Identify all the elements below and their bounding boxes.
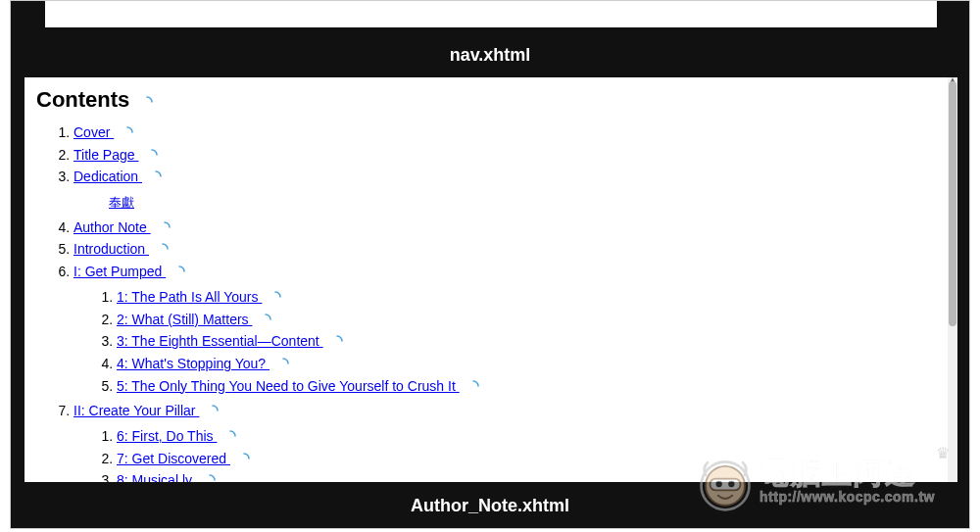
toc-link[interactable]: 8: Musical.ly [117,472,196,482]
toc-link[interactable]: 2: What (Still) Matters [117,312,252,327]
toc-sublink[interactable]: 奉獻 [109,195,134,210]
loading-icon [224,430,236,442]
document-scroll-area[interactable]: Contents Cover Title Page Dedication 奉獻A… [24,77,948,482]
toc-link[interactable]: 3: The Eighth Essential—Content [117,333,323,349]
toc-item: Title Page [74,145,938,167]
toc-item: Author Note [74,218,938,239]
toc-link[interactable]: 6: First, Do This [117,428,217,444]
toc-link[interactable]: 7: Get Discovered [117,451,230,466]
toc-sublist: 1: The Path Is All Yours 2: What (Still)… [74,287,938,397]
top-white-strip [45,1,937,27]
toc-sublist: 6: First, Do This 7: Get Discovered 8: M… [74,426,938,482]
loading-icon [157,243,169,255]
toc-link[interactable]: 4: What's Stopping You? [117,356,270,371]
toc-item: 5: The Only Thing You Need to Give Yours… [117,376,938,398]
toc-link[interactable]: Title Page [74,147,138,163]
toc-item: Cover [74,122,938,144]
loading-icon [467,380,479,392]
loading-icon [150,170,162,182]
viewer-frame: nav.xhtml Contents Cover Title Page Dedi… [10,0,970,529]
loading-icon [277,358,289,369]
toc-link[interactable]: Author Note [74,219,151,235]
toc-link[interactable]: 1: The Path Is All Yours [117,289,262,305]
toc-item: 3: The Eighth Essential—Content [117,331,938,353]
toc-list: Cover Title Page Dedication 奉獻Author Not… [36,122,938,482]
loading-icon [331,335,343,347]
loading-icon [207,405,219,416]
loading-icon [173,266,185,277]
loading-icon [146,149,158,161]
toc-sublink-block: 奉獻 [109,192,938,214]
toc-link[interactable]: I: Get Pumped [74,264,166,279]
toc-item: 8: Musical.ly [117,470,938,482]
toc-link[interactable]: Cover [74,124,114,140]
document-content-panel: Contents Cover Title Page Dedication 奉獻A… [24,77,957,482]
toc-item: II: Create Your Pillar 6: First, Do This… [74,401,938,482]
toc-item: 7: Get Discovered [117,449,938,470]
scrollbar-track[interactable]: ▲ [948,77,957,482]
toc-item: Dedication 奉獻 [74,167,938,213]
toc-item: 1: The Path Is All Yours [117,287,938,309]
scrollbar-thumb[interactable] [949,81,956,326]
bottom-filename-label: Author_Note.xhtml [11,496,969,516]
toc-link[interactable]: Dedication [74,169,142,184]
contents-heading: Contents [36,87,129,113]
loading-icon [122,126,133,138]
toc-item: Introduction [74,239,938,261]
loading-icon [260,314,271,325]
toc-item: 2: What (Still) Matters [117,310,938,331]
toc-item: 4: What's Stopping You? [117,354,938,375]
loading-icon [159,221,171,233]
toc-item: I: Get Pumped 1: The Path Is All Yours 2… [74,262,938,397]
loading-icon [270,291,281,303]
toc-item: 6: First, Do This [117,426,938,448]
loading-icon [204,474,216,482]
toc-link[interactable]: 5: The Only Thing You Need to Give Yours… [117,378,460,394]
toc-link[interactable]: Introduction [74,241,149,257]
loading-icon [238,453,250,464]
toc-link[interactable]: II: Create Your Pillar [74,403,199,418]
loading-icon [141,96,153,108]
top-filename-label: nav.xhtml [11,45,969,66]
